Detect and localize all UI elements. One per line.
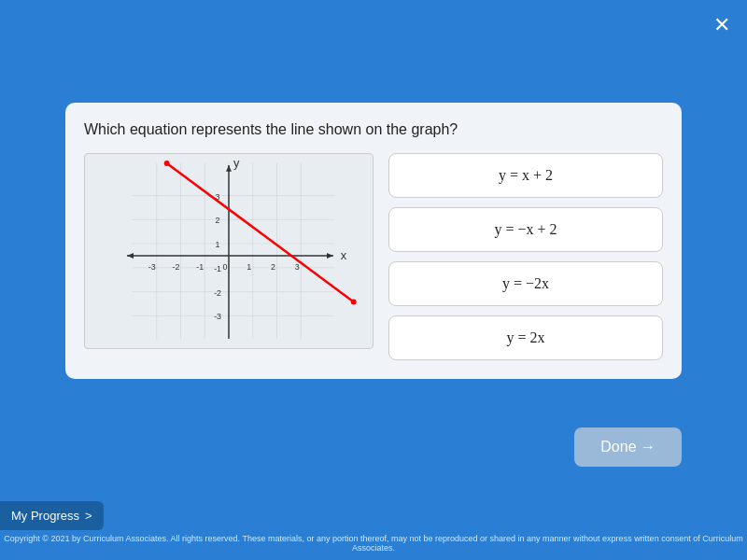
svg-marker-14 — [327, 253, 333, 259]
answer-option-4[interactable]: y = 2x — [388, 315, 663, 360]
answer-option-2[interactable]: y = −x + 2 — [388, 207, 663, 252]
svg-text:1: 1 — [216, 240, 220, 249]
svg-text:-1: -1 — [214, 264, 221, 273]
svg-text:-1: -1 — [196, 262, 204, 272]
svg-marker-16 — [226, 165, 232, 172]
svg-text:-2: -2 — [214, 288, 221, 298]
svg-text:-2: -2 — [173, 262, 180, 272]
done-button[interactable]: Done → — [574, 427, 682, 467]
svg-marker-32 — [127, 253, 134, 259]
answer-option-1[interactable]: y = x + 2 — [388, 153, 663, 198]
svg-text:2: 2 — [271, 262, 275, 272]
my-progress-button[interactable]: My Progress > — [0, 501, 104, 530]
svg-text:2: 2 — [216, 216, 220, 225]
my-progress-chevron: > — [85, 509, 92, 523]
card-body: x y -3 -2 -1 0 1 2 3 3 2 1 -1 -2 -3 — [84, 153, 663, 360]
main-card: Which equation represents the line shown… — [65, 103, 682, 379]
svg-point-34 — [164, 161, 170, 166]
svg-text:x: x — [341, 248, 347, 262]
answer-option-3[interactable]: y = −2x — [388, 261, 663, 306]
svg-text:-3: -3 — [214, 312, 221, 321]
question-text: Which equation represents the line shown… — [84, 121, 663, 138]
answer-options: y = x + 2 y = −x + 2 y = −2x y = 2x — [388, 153, 663, 360]
svg-text:3: 3 — [295, 262, 300, 272]
svg-text:1: 1 — [247, 262, 251, 272]
svg-point-35 — [351, 300, 357, 305]
svg-text:-3: -3 — [148, 262, 156, 272]
svg-text:y: y — [233, 156, 240, 170]
close-button[interactable]: ✕ — [713, 13, 730, 37]
svg-text:0: 0 — [223, 262, 228, 272]
svg-line-33 — [167, 163, 354, 302]
my-progress-bar: My Progress > — [0, 501, 104, 530]
graph-container: x y -3 -2 -1 0 1 2 3 3 2 1 -1 -2 -3 — [84, 153, 374, 349]
my-progress-label: My Progress — [11, 509, 79, 523]
footer-copyright: Copyright © 2021 by Curriculum Associate… — [0, 534, 747, 553]
